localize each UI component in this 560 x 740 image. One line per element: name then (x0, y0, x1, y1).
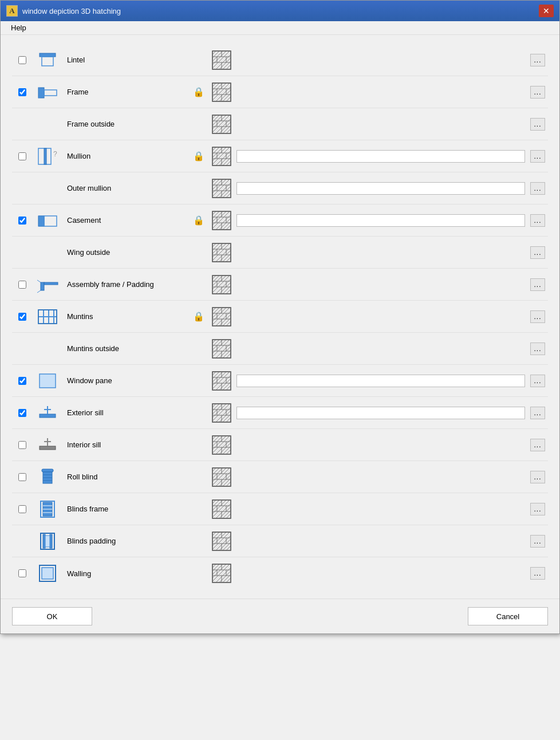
dots-window-pane[interactable]: ... (527, 375, 548, 387)
close-button[interactable]: ✕ (539, 5, 554, 17)
icon-lintel (33, 49, 62, 72)
check-muntins[interactable] (12, 313, 33, 321)
lock-icon-casement: 🔒 (193, 215, 204, 226)
dots-button-wing-outside[interactable]: ... (530, 246, 545, 259)
row-frame-outside: Frame outside (12, 108, 548, 140)
hatch-interior-sill[interactable] (209, 435, 234, 455)
dots-muntins[interactable]: ... (527, 310, 548, 323)
dots-button-outer-mullion[interactable]: ... (530, 182, 545, 195)
check-window-pane[interactable] (12, 377, 33, 385)
menu-help[interactable]: Help (7, 22, 30, 33)
hatch-frame-outside[interactable] (209, 114, 234, 135)
dots-button-blinds-frame[interactable]: ... (530, 503, 545, 515)
hatch-frame[interactable] (209, 82, 234, 103)
input-area-mullion[interactable] (234, 150, 527, 163)
dots-frame[interactable]: ... (527, 86, 548, 99)
check-walling[interactable] (12, 569, 33, 577)
dots-button-frame[interactable]: ... (530, 86, 545, 99)
checkbox-muntins[interactable] (18, 313, 26, 321)
check-frame[interactable] (12, 88, 33, 96)
checkbox-walling[interactable] (18, 569, 26, 577)
dots-interior-sill[interactable]: ... (527, 439, 548, 451)
text-input-window-pane[interactable] (236, 375, 525, 387)
input-area-outer-mullion[interactable] (234, 182, 527, 195)
text-input-mullion[interactable] (236, 150, 525, 163)
check-lintel[interactable] (12, 56, 33, 64)
dots-outer-mullion[interactable]: ... (527, 182, 548, 195)
input-area-window-pane[interactable] (234, 375, 527, 387)
dots-frame-outside[interactable]: ... (527, 118, 548, 131)
dots-muntins-outside[interactable]: ... (527, 343, 548, 355)
hatch-assembly-frame[interactable] (209, 274, 234, 295)
svg-rect-0 (40, 53, 56, 57)
checkbox-mullion[interactable] (18, 152, 26, 160)
checkbox-exterior-sill[interactable] (18, 409, 26, 417)
dots-blinds-frame[interactable]: ... (527, 503, 548, 515)
checkbox-casement[interactable] (18, 217, 26, 225)
check-blinds-frame[interactable] (12, 505, 33, 513)
dots-roll-blind[interactable]: ... (527, 471, 548, 483)
dots-blinds-padding[interactable]: ... (527, 535, 548, 548)
checkbox-blinds-frame[interactable] (18, 505, 26, 513)
row-exterior-sill: Exterior sill (12, 397, 548, 429)
dots-button-muntins-outside[interactable]: ... (530, 343, 545, 355)
checkbox-roll-blind[interactable] (18, 473, 26, 481)
hatch-casement[interactable] (209, 210, 234, 231)
hatch-blinds-frame[interactable] (209, 499, 234, 519)
dots-casement[interactable]: ... (527, 214, 548, 227)
dots-wing-outside[interactable]: ... (527, 246, 548, 259)
dots-button-blinds-padding[interactable]: ... (530, 535, 545, 548)
input-area-casement[interactable] (234, 214, 527, 227)
dots-lintel[interactable]: ... (527, 54, 548, 66)
dots-mullion[interactable]: ... (527, 150, 548, 163)
hatch-blinds-padding[interactable] (209, 531, 234, 552)
hatch-mullion[interactable] (209, 146, 234, 167)
hatch-exterior-sill[interactable] (209, 403, 234, 423)
checkbox-interior-sill[interactable] (18, 441, 26, 449)
hatch-lintel[interactable] (209, 50, 234, 70)
check-interior-sill[interactable] (12, 441, 33, 449)
check-assembly-frame[interactable] (12, 281, 33, 289)
dots-button-frame-outside[interactable]: ... (530, 118, 545, 131)
label-interior-sill: Interior sill (62, 440, 188, 449)
hatch-muntins[interactable] (209, 306, 234, 327)
check-roll-blind[interactable] (12, 473, 33, 481)
dots-button-walling[interactable]: ... (530, 567, 545, 580)
ok-button[interactable]: OK (12, 607, 92, 625)
check-casement[interactable] (12, 217, 33, 225)
checkbox-assembly-frame[interactable] (18, 281, 26, 289)
dots-button-mullion[interactable]: ... (530, 150, 545, 163)
hatch-outer-mullion[interactable] (209, 178, 234, 199)
hatch-walling[interactable] (209, 563, 234, 584)
dots-button-casement[interactable]: ... (530, 214, 545, 227)
menu-bar: Help (1, 21, 559, 35)
cancel-button[interactable]: Cancel (468, 607, 548, 625)
icon-muntins (33, 305, 62, 328)
check-exterior-sill[interactable] (12, 409, 33, 417)
text-input-outer-mullion[interactable] (236, 182, 525, 195)
dots-walling[interactable]: ... (527, 567, 548, 580)
dots-button-assembly-frame[interactable]: ... (530, 278, 545, 291)
checkbox-frame[interactable] (18, 88, 26, 96)
hatch-roll-blind[interactable] (209, 467, 234, 487)
title-bar-left: A window depiction 3D hatching (6, 5, 121, 17)
hatch-muntins-outside[interactable] (209, 338, 234, 359)
dots-button-lintel[interactable]: ... (530, 54, 545, 66)
dots-button-interior-sill[interactable]: ... (530, 439, 545, 451)
dots-button-window-pane[interactable]: ... (530, 375, 545, 387)
text-input-exterior-sill[interactable] (236, 407, 525, 419)
dots-assembly-frame[interactable]: ... (527, 278, 548, 291)
dots-button-exterior-sill[interactable]: ... (530, 407, 545, 419)
checkbox-window-pane[interactable] (18, 377, 26, 385)
dots-button-muntins[interactable]: ... (530, 310, 545, 323)
svg-rect-96 (44, 216, 57, 226)
checkbox-lintel[interactable] (18, 56, 26, 64)
check-mullion[interactable] (12, 152, 33, 160)
dots-exterior-sill[interactable]: ... (527, 407, 548, 419)
hatch-wing-outside[interactable] (209, 242, 234, 263)
hatch-window-pane[interactable] (209, 371, 234, 391)
label-lintel: Lintel (62, 56, 188, 64)
input-area-exterior-sill[interactable] (234, 407, 527, 419)
dots-button-roll-blind[interactable]: ... (530, 471, 545, 483)
text-input-casement[interactable] (236, 214, 525, 227)
